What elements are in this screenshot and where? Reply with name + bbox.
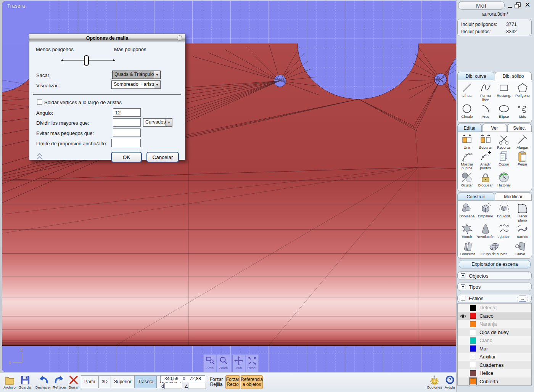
tool-forma-libre[interactable]: Forma libre (476, 82, 495, 102)
tool-curva[interactable]: Curva (510, 240, 530, 256)
area-zoom-button[interactable]: Area (204, 355, 216, 372)
collapse-chevrons-icon[interactable] (36, 153, 43, 160)
view-partir[interactable]: Partir (81, 376, 99, 388)
moi-menu-button[interactable]: MoI (458, 1, 505, 10)
dropdown-arrow-icon[interactable]: ▼ (154, 71, 160, 79)
tool-pegar[interactable]: Pegar (513, 151, 532, 170)
view-superior[interactable]: Superior (111, 376, 135, 388)
view-3d[interactable]: 3D (99, 376, 111, 388)
tool-mas[interactable]: Más (513, 103, 532, 119)
restore-icon[interactable] (515, 2, 521, 9)
tool-anadir-puntos[interactable]: Añadir puntos (476, 151, 495, 170)
style-row-ciano[interactable]: Ciano (458, 336, 531, 345)
guardar-button[interactable]: Guardar (18, 375, 33, 389)
minimize-icon[interactable] (508, 7, 512, 8)
tool-grupo-de-curvas[interactable]: Grupo de curvas (478, 240, 510, 256)
tool-historial[interactable]: Historial (495, 172, 513, 188)
pan-button[interactable]: Pan (232, 355, 245, 372)
aspect-limit-input[interactable] (111, 139, 141, 147)
eye-icon[interactable] (460, 314, 466, 318)
tool-recortar[interactable]: Recortar (495, 134, 513, 150)
tab-dib-curva[interactable]: Dib. curva (457, 72, 494, 80)
distance-input[interactable] (164, 383, 182, 389)
scene-explorer-header[interactable]: Explorador de escena (459, 260, 531, 268)
tool-unir[interactable]: Unir (458, 134, 476, 150)
tab-ver[interactable]: Ver (482, 124, 507, 132)
deshacer-button[interactable]: Deshacer (34, 375, 52, 389)
style-row-casco[interactable]: Casco (458, 312, 531, 320)
style-row-mar[interactable]: Mar (458, 345, 531, 353)
reset-view-button[interactable]: Reset (246, 355, 258, 372)
expand-icon[interactable]: + (461, 273, 465, 278)
avoid-smaller-input[interactable] (113, 129, 141, 137)
slider-thumb[interactable] (84, 56, 88, 65)
tool-elipse[interactable]: Elipse (495, 103, 513, 119)
weld-vertices-checkbox[interactable] (37, 100, 42, 105)
collapse-icon[interactable]: − (461, 296, 465, 300)
polygon-density-slider[interactable] (59, 55, 117, 66)
close-icon[interactable]: ✕ (524, 1, 531, 9)
styles-arrow-button[interactable]: → (517, 296, 528, 302)
tool-circulo[interactable]: Círculo (458, 103, 476, 119)
forzar-rejilla-button[interactable]: Forzar Rejilla (207, 375, 225, 389)
viewport-trasera[interactable]: Trasera z x Area (0, 0, 456, 373)
explorer-section-tipos[interactable]: + Tipos (457, 283, 532, 291)
ok-button[interactable]: OK (111, 152, 142, 162)
tool-empalme[interactable]: Empalme (476, 202, 495, 222)
borrar-button[interactable]: Borrar (67, 375, 80, 389)
tab-construir[interactable]: Construir (457, 192, 494, 201)
opciones-button[interactable]: Opciones (424, 375, 445, 389)
cancel-button[interactable]: Cancelar (146, 152, 179, 162)
angle-input[interactable] (113, 108, 141, 117)
tab-selec[interactable]: Selec. (507, 124, 532, 132)
style-row-ojos-de-buey[interactable]: Ojos de buey (458, 328, 531, 337)
angle-input-bottom[interactable] (188, 383, 206, 389)
forzar-recto-button[interactable]: Forzar Recto (225, 375, 240, 389)
archivo-button[interactable]: Archivo (2, 375, 18, 389)
divide-larger-input[interactable] (113, 118, 141, 127)
tab-dib-solido[interactable]: Dib. sólido (495, 72, 532, 80)
tool-extruir[interactable]: Extruir (458, 223, 476, 239)
tool-alargar[interactable]: Alargar (513, 134, 532, 150)
explorer-section-estilos[interactable]: − Estilos → (457, 294, 532, 302)
zoom-button[interactable]: Zoom (217, 355, 230, 372)
style-row-cuadernas[interactable]: Cuadernas (458, 361, 531, 370)
ayuda-button[interactable]: ? Ayuda (442, 375, 457, 389)
tool-copiar[interactable]: Copiar (495, 151, 513, 170)
style-row-defecto[interactable]: Defecto (458, 304, 531, 312)
dialog-circle-button[interactable] (177, 35, 182, 41)
referencia-objetos-button[interactable]: Referencia a objetos (241, 375, 263, 389)
tool-separar[interactable]: Separar (476, 134, 495, 150)
style-row-naranja[interactable]: Naranja (458, 320, 531, 328)
tab-editar[interactable]: Editar (457, 124, 482, 132)
revolve-icon (480, 223, 491, 235)
rehacer-button[interactable]: Rehacer (51, 375, 68, 389)
tool-barrido[interactable]: Barrido (513, 223, 532, 239)
style-row-auxiliar[interactable]: Auxiliar (458, 353, 531, 361)
tool-linea[interactable]: Línea (458, 82, 476, 102)
tool-booleana[interactable]: Booleana (458, 202, 476, 222)
dialog-title-bar[interactable]: Opciones de malla (29, 34, 185, 42)
tool-bloquear[interactable]: Bloquear (476, 172, 495, 188)
tool-rectangulo[interactable]: Rectang. (495, 82, 513, 102)
sacar-dropdown[interactable]: Quads & Triángulos ▼ (112, 71, 161, 79)
explorer-section-objetos[interactable]: + Objectos (457, 272, 532, 280)
tab-modificar[interactable]: Modificar (495, 192, 532, 201)
tool-ajustar[interactable]: Ajustar (495, 223, 513, 239)
tool-poligono[interactable]: Polígono (513, 82, 532, 102)
tool-conectar[interactable]: Conectar (458, 240, 478, 256)
tool-mostrar-puntos[interactable]: Mostrar puntos (458, 151, 476, 170)
tool-equidistante[interactable]: Equidist. (495, 202, 513, 222)
tool-arco[interactable]: Arco (476, 103, 495, 119)
view-trasera[interactable]: Trasera (135, 376, 157, 388)
tool-ocultar[interactable]: Ocultar (458, 172, 476, 188)
expand-icon[interactable]: + (461, 284, 465, 289)
tool-hacer-plano[interactable]: Hacer plano (513, 202, 532, 222)
dropdown-arrow-icon[interactable]: ▼ (154, 81, 160, 88)
style-row-cubierta[interactable]: Cubierta (458, 378, 531, 386)
curvados-dropdown[interactable]: Curvados ▼ (143, 118, 172, 127)
visualizar-dropdown[interactable]: Sombreado + aristas ▼ (111, 80, 161, 89)
tool-revolucion[interactable]: Revolución (476, 223, 495, 239)
dropdown-arrow-icon[interactable]: ▼ (166, 119, 172, 126)
style-row-helice[interactable]: Helice (458, 369, 531, 378)
